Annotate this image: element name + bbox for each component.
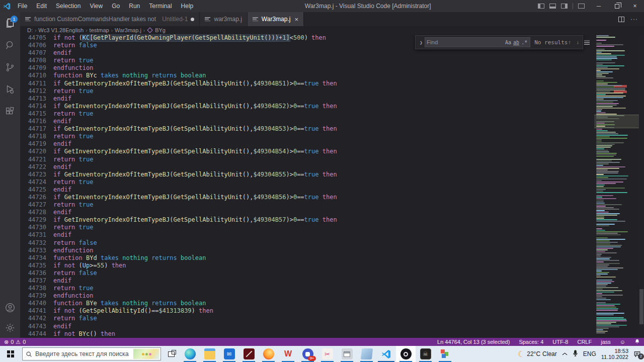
encoding[interactable]: UTF-8 — [552, 339, 568, 345]
code-area[interactable]: 44705if not (KC[GetPlayerId(GetOwningPla… — [20, 34, 594, 338]
vscode-icon[interactable] — [376, 346, 396, 362]
search-icon[interactable] — [0, 34, 20, 56]
breadcrumb-folder-2[interactable]: testmap — [90, 27, 109, 33]
taskbar-search[interactable]: Введите здесь текст для поиска — [22, 347, 161, 360]
scissors-app-icon[interactable]: ✂ — [317, 346, 337, 362]
code-token: nothing — [122, 300, 148, 307]
menu-file[interactable]: File — [13, 0, 32, 12]
code-token: true — [304, 216, 319, 223]
match-case-icon[interactable]: Aa — [504, 40, 512, 45]
menu-help[interactable]: Help — [177, 0, 198, 12]
accounts-icon[interactable] — [0, 298, 20, 318]
modified-dot-icon[interactable] — [191, 18, 194, 21]
minimap-line — [596, 203, 605, 204]
toggle-replace-icon[interactable]: ❯ — [418, 40, 425, 45]
clock[interactable]: 18:53 11.10.2022 — [601, 348, 628, 360]
settings-gear-icon[interactable] — [0, 318, 20, 338]
customize-layout-icon[interactable] — [578, 4, 585, 9]
code-token: [ — [90, 34, 93, 41]
code-token: == — [297, 80, 304, 87]
minimap-line — [596, 172, 618, 173]
restore-button[interactable] — [608, 0, 626, 12]
feedback-smiley-icon[interactable]: ☺ — [620, 339, 625, 345]
search-decoration-image[interactable] — [133, 349, 159, 359]
code-token — [177, 72, 181, 79]
breadcrumb-drive[interactable]: D: — [27, 27, 33, 33]
run-debug-icon[interactable] — [0, 78, 20, 101]
errors-icon[interactable]: ⊗ — [4, 339, 9, 345]
minimap-line — [596, 148, 604, 149]
obs-studio-icon[interactable] — [396, 346, 416, 362]
errors-count[interactable]: 0 — [11, 339, 14, 345]
source-control-icon[interactable] — [0, 56, 20, 78]
glass-folder-app-icon[interactable] — [357, 346, 376, 362]
code-token: endif — [53, 163, 71, 170]
find-input[interactable] — [427, 39, 504, 45]
tab-war3map-lower[interactable]: war3map.j — [200, 12, 247, 26]
minimap-line — [596, 40, 606, 41]
tab-war3map-active[interactable]: War3map.j × — [248, 12, 304, 26]
toggle-sidebar-icon[interactable] — [538, 4, 544, 9]
language-mode[interactable]: jass — [601, 339, 611, 345]
extensions-icon[interactable] — [0, 101, 20, 123]
breadcrumb-folder-1[interactable]: Wc3 V1.28English — [38, 27, 84, 33]
warnings-icon[interactable]: ⚠ — [16, 339, 21, 345]
find-in-selection-icon[interactable] — [584, 40, 590, 45]
minimap-line — [596, 295, 623, 296]
file-explorer-icon[interactable] — [200, 346, 219, 362]
tray-expand-icon[interactable] — [562, 351, 568, 356]
mail-app-icon[interactable]: ✉ — [219, 346, 239, 362]
code-token: GetPlayerId — [94, 34, 133, 41]
menu-selection[interactable]: Selection — [51, 0, 85, 12]
eol-sequence[interactable]: CRLF — [577, 339, 592, 345]
task-view-button[interactable] — [162, 346, 180, 362]
menu-view[interactable]: View — [85, 0, 107, 12]
wps-office-icon[interactable]: W — [278, 346, 298, 362]
skull-game-icon[interactable]: ☠ — [416, 346, 435, 362]
breadcrumb-file[interactable]: War3map.j — [115, 27, 141, 33]
action-center-button[interactable]: 2 — [633, 350, 641, 357]
table-app-icon[interactable] — [337, 346, 357, 362]
toggle-secondary-sidebar-icon[interactable] — [561, 4, 568, 9]
menu-terminal[interactable]: Terminal — [144, 0, 176, 12]
tray-time: 18:53 — [601, 348, 628, 354]
keyboard-language[interactable]: ENG — [583, 350, 596, 357]
toggle-panel-icon[interactable] — [549, 4, 556, 9]
edge-browser-icon[interactable] — [180, 346, 200, 362]
regex-icon[interactable]: .* — [520, 40, 528, 45]
indentation[interactable]: Spaces: 4 — [519, 339, 543, 345]
game-platform-app-icon[interactable]: 9+ — [298, 346, 317, 362]
blocks-app-icon[interactable] — [435, 346, 455, 362]
code-token — [318, 103, 322, 110]
previous-match-icon[interactable]: ↑ — [568, 39, 571, 46]
mod-manager-app-icon[interactable] — [239, 346, 259, 362]
minimap[interactable] — [594, 34, 639, 338]
minimap-line — [596, 277, 616, 278]
cursor-position[interactable]: Ln 44764, Col 13 (3 selected) — [437, 339, 510, 345]
microphone-icon[interactable] — [573, 350, 578, 358]
tab-close-icon[interactable]: × — [294, 16, 298, 23]
menu-edit[interactable]: Edit — [32, 0, 51, 12]
more-actions-icon[interactable]: ··· — [630, 16, 638, 23]
tab-untitled-1[interactable]: function CustomCommandsHandler takes not… — [20, 12, 200, 26]
weather-widget[interactable]: ☾ 22°C Clear — [518, 349, 557, 359]
notifications-bell-icon[interactable] — [634, 339, 640, 345]
minimize-button[interactable]: ─ — [590, 0, 608, 12]
menu-run[interactable]: Run — [124, 0, 144, 12]
start-button[interactable] — [0, 346, 21, 362]
vertical-scrollbar[interactable] — [639, 34, 644, 338]
close-button[interactable]: × — [626, 0, 644, 12]
explorer-icon[interactable]: 1 — [0, 12, 20, 34]
scrollbar-thumb[interactable] — [639, 289, 643, 324]
breadcrumb-symbol[interactable]: BYg — [155, 27, 166, 33]
next-match-icon[interactable]: ↓ — [576, 39, 580, 46]
whole-word-icon[interactable]: ab — [512, 40, 520, 45]
code-token — [97, 254, 101, 261]
warnings-count[interactable]: 0 — [23, 339, 26, 345]
split-editor-icon[interactable] — [618, 17, 624, 22]
code-token: GetInventoryIndexOfItemTypeBJ — [64, 216, 170, 223]
code-line: 44744if not BYc() then — [20, 330, 594, 338]
firefox-browser-icon[interactable] — [259, 346, 278, 362]
minimap-line — [596, 105, 617, 106]
menu-go[interactable]: Go — [107, 0, 124, 12]
